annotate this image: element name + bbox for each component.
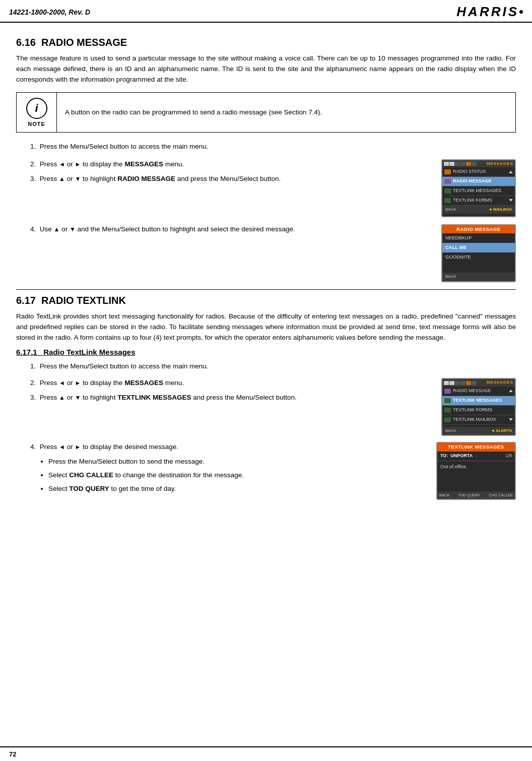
note-icon-area: i NOTE [17, 93, 57, 132]
section-616-body: The message feature is used to send a pa… [16, 53, 516, 85]
bullet-3: Select TOD QUERY to get the time of day. [48, 484, 427, 494]
page-header: 14221-1800-2000, Rev. D HARRIS [0, 0, 532, 23]
radio-screen-textlink-messages: MESSAGES RADIO MESSAGE [441, 378, 516, 436]
radio-screen-radio-message: RADIO MESSAGE NEEDBKUP CALL ME GOODNITE … [441, 224, 516, 282]
bullet-1: Press the Menu/Select button to send the… [48, 457, 427, 467]
info-icon: i [26, 98, 47, 119]
harris-logo: HARRIS [456, 4, 523, 20]
step-616-4: 4. Use ▲ or ▼ and the Menu/Select button… [30, 224, 516, 282]
radio-screen-messages: MESSAGES RADIO STATUS RAD [441, 159, 516, 217]
note-label: NOTE [28, 121, 45, 127]
step-6171-4: 4. Press ◄ or ► to display the desired m… [30, 442, 516, 500]
step-616-2-3: 2. Press ◄ or ► to display the MESSAGES … [30, 159, 516, 217]
subsection-6171: 6.17.1 Radio TextLink Messages 1. Press … [16, 348, 516, 500]
section-616: 6.16 RADIO MESSAGE The message feature i… [16, 37, 516, 282]
section-616-heading: 6.16 RADIO MESSAGE [16, 37, 516, 48]
step-6171-1: 1. Press the Menu/Select button to acces… [30, 361, 516, 372]
main-content: 6.16 RADIO MESSAGE The message feature i… [0, 23, 532, 515]
page-number: 72 [9, 750, 16, 758]
step-616-1: 1. Press the Menu/Select button to acces… [30, 142, 516, 152]
note-box: i NOTE A button on the radio can be prog… [16, 92, 516, 133]
subsection-6171-steps: 1. Press the Menu/Select button to acces… [30, 361, 516, 500]
bullet-2: Select CHG CALLEE to change the destinat… [48, 470, 427, 481]
radio-screen-textlink-msg-display: TEXTLINK MESSAGES TO: UNPORTA 1/9 Out of… [436, 442, 516, 500]
section-617-heading: 6.17 RADIO TEXTLINK [16, 295, 516, 306]
section-616-steps: 1. Press the Menu/Select button to acces… [30, 142, 516, 282]
section-divider [16, 289, 516, 290]
step-4-bullets: Press the Menu/Select button to send the… [48, 457, 427, 494]
step-6171-2-3: 2. Press ◄ or ► to display the MESSAGES … [30, 378, 516, 436]
section-617: 6.17 RADIO TEXTLINK Radio TextLink provi… [16, 295, 516, 500]
subsection-6171-heading: 6.17.1 Radio TextLink Messages [16, 348, 136, 356]
document-title: 14221-1800-2000, Rev. D [9, 8, 90, 16]
section-617-body: Radio TextLink provides short text messa… [16, 311, 516, 343]
page-footer: 72 [0, 746, 532, 761]
note-text: A button on the radio can be programmed … [57, 93, 330, 132]
